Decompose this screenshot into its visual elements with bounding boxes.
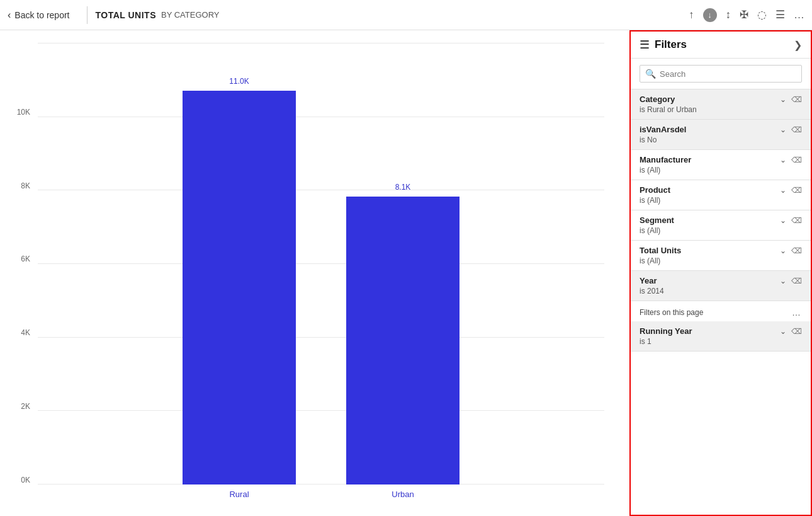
filter-list-icon[interactable]: ☰ xyxy=(775,8,785,21)
filter-item-running-year[interactable]: Running Year ⌄ ⌫ is 1 xyxy=(631,321,811,352)
filter-total-units-actions: ⌄ ⌫ xyxy=(780,246,802,255)
filter-isvanarsdel-actions: ⌄ ⌫ xyxy=(780,125,802,134)
toolbar-left: ‹ Back to report TOTAL UNITS BY CATEGORY xyxy=(8,6,219,24)
bar-rural[interactable] xyxy=(183,91,296,484)
filter-isvanarsdel-name: isVanArsdel xyxy=(640,125,686,134)
search-input[interactable] xyxy=(660,69,796,79)
filters-collapse-button[interactable]: ❯ xyxy=(794,39,802,51)
sort-desc-filled-icon[interactable]: ↓ xyxy=(703,8,717,22)
bookmark-icon[interactable]: ◌ xyxy=(757,8,767,21)
filter-item-category[interactable]: Category ⌄ ⌫ is Rural or Urban xyxy=(631,89,811,120)
filter-manufacturer-value: is (All) xyxy=(640,166,802,175)
main-content: 10K 8K 6K 4K 2K 0K xyxy=(0,30,812,516)
filter-running-year-name: Running Year xyxy=(640,326,692,336)
filter-manufacturer-actions: ⌄ ⌫ xyxy=(780,156,802,164)
filter-product-value: is (All) xyxy=(640,196,802,205)
filter-isvanarsdel-value: is No xyxy=(640,135,802,144)
filter-year-name: Year xyxy=(640,276,657,285)
bar-value-urban: 8.1K xyxy=(395,183,411,192)
filter-item-isvanarsdel[interactable]: isVanArsdel ⌄ ⌫ is No xyxy=(631,120,811,150)
bar-value-rural: 11.0K xyxy=(229,77,249,86)
filter-category-name: Category xyxy=(640,95,675,104)
y-label-6k: 6K xyxy=(21,255,30,263)
x-axis: Rural Urban xyxy=(38,484,604,503)
bar-group-rural: 11.0K xyxy=(183,43,296,484)
filters-on-page-label: Filters on this page xyxy=(640,308,703,317)
filters-panel: ☰ Filters ❯ 🔍 Category ⌄ ⌫ xyxy=(629,30,812,516)
filter-item-product[interactable]: Product ⌄ ⌫ is (All) xyxy=(631,180,811,210)
filter-year-chevron-icon[interactable]: ⌄ xyxy=(780,277,786,285)
back-label: Back to report xyxy=(14,10,69,20)
search-icon: 🔍 xyxy=(645,69,656,79)
y-label-0k: 0K xyxy=(21,476,30,484)
filter-category-value: is Rural or Urban xyxy=(640,105,802,114)
x-label-urban: Urban xyxy=(346,490,460,499)
filter-total-units-value: is (All) xyxy=(640,256,802,265)
filters-header: ☰ Filters ❯ xyxy=(631,32,811,59)
y-label-4k: 4K xyxy=(21,328,30,337)
toolbar-divider xyxy=(87,6,87,24)
back-button[interactable]: ‹ Back to report xyxy=(8,9,79,21)
chart-plot: 11.0K 8.1K Rural Urban xyxy=(38,43,604,503)
filter-product-name: Product xyxy=(640,185,670,195)
filter-item-segment[interactable]: Segment ⌄ ⌫ is (All) xyxy=(631,210,811,241)
filter-segment-clear-icon[interactable]: ⌫ xyxy=(791,216,802,225)
page-subtitle: BY CATEGORY xyxy=(161,10,219,20)
split-icon[interactable]: ✠ xyxy=(740,8,748,21)
filter-running-year-value: is 1 xyxy=(640,337,802,346)
y-axis: 10K 8K 6K 4K 2K 0K xyxy=(13,43,38,503)
filter-item-total-units[interactable]: Total Units ⌄ ⌫ is (All) xyxy=(631,241,811,271)
filter-segment-name: Segment xyxy=(640,215,674,225)
filter-year-header: Year ⌄ ⌫ xyxy=(640,276,802,285)
filter-product-header: Product ⌄ ⌫ xyxy=(640,185,802,195)
filter-product-clear-icon[interactable]: ⌫ xyxy=(791,186,802,195)
filter-total-units-chevron-icon[interactable]: ⌄ xyxy=(780,246,786,255)
sort-both-icon[interactable]: ↕ xyxy=(726,9,731,21)
filters-title: Filters xyxy=(655,38,687,51)
filter-total-units-clear-icon[interactable]: ⌫ xyxy=(791,246,802,255)
filter-category-header: Category ⌄ ⌫ xyxy=(640,95,802,104)
filter-item-manufacturer[interactable]: Manufacturer ⌄ ⌫ is (All) xyxy=(631,150,811,180)
filter-category-actions: ⌄ ⌫ xyxy=(780,95,802,104)
filter-isvanarsdel-clear-icon[interactable]: ⌫ xyxy=(791,125,802,134)
filter-isvanarsdel-header: isVanArsdel ⌄ ⌫ xyxy=(640,125,802,134)
bars-container: 11.0K 8.1K xyxy=(38,43,604,484)
filter-isvanarsdel-chevron-icon[interactable]: ⌄ xyxy=(780,125,786,134)
filters-search-box[interactable]: 🔍 xyxy=(640,65,802,83)
filter-segment-value: is (All) xyxy=(640,226,802,235)
y-label-8k: 8K xyxy=(21,181,30,190)
filters-header-left: ☰ Filters xyxy=(640,38,687,52)
filter-year-clear-icon[interactable]: ⌫ xyxy=(791,277,802,285)
sort-asc-icon[interactable]: ↑ xyxy=(689,9,694,21)
chevron-left-icon: ‹ xyxy=(8,9,11,21)
filter-manufacturer-name: Manufacturer xyxy=(640,155,691,164)
chart-area: 10K 8K 6K 4K 2K 0K xyxy=(0,30,629,516)
chart-wrapper: 10K 8K 6K 4K 2K 0K xyxy=(13,43,604,503)
filters-on-page-more-icon[interactable]: … xyxy=(792,307,802,318)
y-label-2k: 2K xyxy=(21,402,30,411)
filter-product-actions: ⌄ ⌫ xyxy=(780,186,802,195)
bar-group-urban: 8.1K xyxy=(346,43,460,484)
toolbar-actions: ↑ ↓ ↕ ✠ ◌ ☰ … xyxy=(689,8,804,22)
filter-product-chevron-icon[interactable]: ⌄ xyxy=(780,186,786,195)
filter-manufacturer-chevron-icon[interactable]: ⌄ xyxy=(780,156,786,164)
toolbar: ‹ Back to report TOTAL UNITS BY CATEGORY… xyxy=(0,0,812,30)
filter-running-year-clear-icon[interactable]: ⌫ xyxy=(791,327,802,336)
filter-category-chevron-icon[interactable]: ⌄ xyxy=(780,95,786,104)
filter-manufacturer-header: Manufacturer ⌄ ⌫ xyxy=(640,155,802,164)
filter-year-value: is 2014 xyxy=(640,287,802,295)
filter-running-year-header: Running Year ⌄ ⌫ xyxy=(640,326,802,336)
filters-list: Category ⌄ ⌫ is Rural or Urban isVanArsd… xyxy=(631,89,811,515)
filter-manufacturer-clear-icon[interactable]: ⌫ xyxy=(791,156,802,164)
filter-year-actions: ⌄ ⌫ xyxy=(780,277,802,285)
filter-segment-chevron-icon[interactable]: ⌄ xyxy=(780,216,786,225)
filter-category-clear-icon[interactable]: ⌫ xyxy=(791,95,802,104)
filter-item-year[interactable]: Year ⌄ ⌫ is 2014 xyxy=(631,271,811,301)
filters-on-page-section: Filters on this page … xyxy=(631,301,811,321)
bar-urban[interactable] xyxy=(346,197,460,484)
filter-total-units-header: Total Units ⌄ ⌫ xyxy=(640,246,802,255)
filter-header-icon: ☰ xyxy=(640,38,650,52)
filter-running-year-chevron-icon[interactable]: ⌄ xyxy=(780,327,786,336)
more-options-icon[interactable]: … xyxy=(794,9,804,21)
filter-total-units-name: Total Units xyxy=(640,246,681,255)
